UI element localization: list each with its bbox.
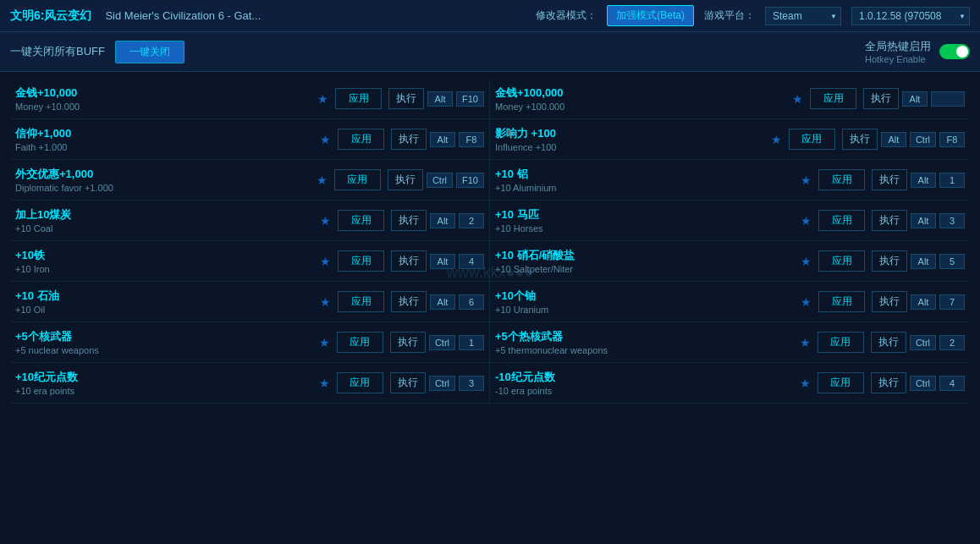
cheat-info: 外交优惠+1,000Diplomatic favor +1.000 bbox=[15, 167, 310, 193]
key-box[interactable]: 2 bbox=[459, 213, 484, 228]
key-box[interactable]: F8 bbox=[939, 132, 965, 147]
key-box[interactable]: 4 bbox=[939, 376, 965, 391]
key-box[interactable]: Alt bbox=[911, 173, 936, 188]
key-box[interactable]: Alt bbox=[911, 213, 936, 228]
exec-button[interactable]: 执行 bbox=[863, 88, 899, 109]
apply-button[interactable]: 应用 bbox=[818, 169, 865, 190]
exec-button[interactable]: 执行 bbox=[390, 372, 426, 393]
key-box[interactable] bbox=[931, 91, 965, 107]
key-box[interactable]: Alt bbox=[430, 254, 455, 269]
apply-button[interactable]: 应用 bbox=[334, 169, 381, 190]
exec-button[interactable]: 执行 bbox=[388, 169, 423, 190]
key-box[interactable]: 5 bbox=[939, 254, 965, 269]
cheat-name: +10 马匹 bbox=[495, 207, 794, 223]
apply-button[interactable]: 应用 bbox=[337, 372, 383, 393]
apply-button[interactable]: 应用 bbox=[338, 129, 384, 150]
exec-button[interactable]: 执行 bbox=[872, 210, 907, 231]
platform-select[interactable]: Steam bbox=[765, 7, 841, 25]
key-box[interactable]: Ctrl bbox=[910, 335, 936, 350]
key-box[interactable]: 1 bbox=[459, 335, 484, 350]
key-box[interactable]: Alt bbox=[427, 91, 453, 107]
apply-button[interactable]: 应用 bbox=[810, 88, 856, 109]
cheat-row: 金钱+100,000Money +100.000★应用执行Alt bbox=[490, 79, 970, 119]
version-select-wrapper[interactable]: 1.0.12.58 (970508 bbox=[851, 7, 970, 25]
key-box[interactable]: Alt bbox=[430, 213, 455, 228]
hotkey-toggle[interactable] bbox=[939, 44, 970, 59]
star-icon[interactable]: ★ bbox=[320, 255, 331, 268]
cheat-info: 信仰+1,000Faith +1.000 bbox=[15, 126, 313, 152]
exec-button[interactable]: 执行 bbox=[391, 291, 427, 312]
exec-button[interactable]: 执行 bbox=[391, 210, 427, 231]
star-icon[interactable]: ★ bbox=[319, 336, 330, 349]
exec-button[interactable]: 执行 bbox=[872, 169, 907, 190]
exec-button[interactable]: 执行 bbox=[871, 372, 906, 393]
apply-button[interactable]: 应用 bbox=[338, 210, 384, 231]
exec-button[interactable]: 执行 bbox=[390, 332, 426, 353]
star-icon[interactable]: ★ bbox=[792, 92, 803, 106]
key-box[interactable]: Ctrl bbox=[910, 376, 936, 391]
cheat-info: -10纪元点数-10 era points bbox=[495, 370, 793, 396]
apply-button[interactable]: 应用 bbox=[338, 250, 384, 272]
exec-button[interactable]: 执行 bbox=[872, 291, 907, 312]
key-box[interactable]: Ctrl bbox=[427, 173, 453, 188]
cheat-name: +10个铀 bbox=[495, 288, 794, 304]
cheat-subname: +10 Horses bbox=[495, 223, 794, 234]
key-box[interactable]: F10 bbox=[456, 91, 484, 107]
key-box[interactable]: 4 bbox=[459, 254, 484, 269]
app-title: 文明6:风云变幻 bbox=[10, 8, 91, 24]
apply-button[interactable]: 应用 bbox=[789, 129, 835, 150]
star-icon[interactable]: ★ bbox=[801, 255, 812, 268]
exec-button[interactable]: 执行 bbox=[871, 332, 906, 353]
key-box[interactable]: Ctrl bbox=[429, 376, 455, 391]
key-box[interactable]: F10 bbox=[456, 173, 484, 188]
exec-button[interactable]: 执行 bbox=[842, 129, 878, 150]
apply-button[interactable]: 应用 bbox=[335, 88, 382, 109]
key-box[interactable]: 2 bbox=[939, 335, 965, 350]
cheat-row: +10铁+10 Iron★应用执行Alt4 bbox=[10, 241, 489, 282]
platform-label: 游戏平台： bbox=[704, 8, 755, 23]
star-icon[interactable]: ★ bbox=[320, 133, 331, 146]
exec-button[interactable]: 执行 bbox=[388, 88, 424, 109]
key-box[interactable]: Ctrl bbox=[429, 335, 455, 350]
key-box[interactable]: Alt bbox=[881, 132, 906, 147]
key-box[interactable]: 7 bbox=[939, 294, 965, 310]
key-box[interactable]: Alt bbox=[911, 254, 936, 269]
star-icon[interactable]: ★ bbox=[800, 376, 811, 390]
star-icon[interactable]: ★ bbox=[800, 336, 811, 349]
star-icon[interactable]: ★ bbox=[320, 214, 331, 228]
exec-button[interactable]: 执行 bbox=[391, 250, 427, 272]
key-box[interactable]: Alt bbox=[911, 294, 936, 310]
apply-button[interactable]: 应用 bbox=[338, 291, 384, 312]
hotkey-group: 执行AltCtrlF8 bbox=[842, 129, 965, 150]
key-box[interactable]: F8 bbox=[459, 132, 484, 147]
close-all-button[interactable]: 一键关闭 bbox=[115, 41, 184, 63]
platform-select-wrapper[interactable]: Steam bbox=[765, 7, 841, 25]
star-icon[interactable]: ★ bbox=[317, 92, 328, 106]
star-icon[interactable]: ★ bbox=[801, 173, 812, 187]
star-icon[interactable]: ★ bbox=[319, 376, 330, 390]
star-icon[interactable]: ★ bbox=[801, 214, 812, 228]
key-box[interactable]: Alt bbox=[902, 91, 928, 107]
star-icon[interactable]: ★ bbox=[771, 133, 782, 146]
key-box[interactable]: 1 bbox=[939, 173, 965, 188]
apply-button[interactable]: 应用 bbox=[818, 210, 865, 231]
star-icon[interactable]: ★ bbox=[320, 295, 331, 309]
apply-button[interactable]: 应用 bbox=[818, 250, 865, 272]
key-box[interactable]: Alt bbox=[430, 294, 455, 310]
key-box[interactable]: 3 bbox=[939, 213, 965, 228]
star-icon[interactable]: ★ bbox=[801, 295, 812, 309]
exec-button[interactable]: 执行 bbox=[872, 250, 907, 272]
version-select[interactable]: 1.0.12.58 (970508 bbox=[851, 7, 970, 25]
key-box[interactable]: 3 bbox=[459, 376, 484, 391]
apply-button[interactable]: 应用 bbox=[818, 332, 864, 353]
key-box[interactable]: 6 bbox=[459, 294, 484, 310]
apply-button[interactable]: 应用 bbox=[818, 291, 865, 312]
key-box[interactable]: Ctrl bbox=[910, 132, 936, 147]
mode-badge[interactable]: 加强模式(Beta) bbox=[607, 5, 694, 26]
key-box[interactable]: Alt bbox=[430, 132, 455, 147]
hotkey-text: 全局热键启用 Hotkey Enable bbox=[865, 39, 931, 64]
exec-button[interactable]: 执行 bbox=[391, 129, 427, 150]
star-icon[interactable]: ★ bbox=[317, 173, 328, 187]
apply-button[interactable]: 应用 bbox=[337, 332, 383, 353]
apply-button[interactable]: 应用 bbox=[818, 372, 864, 393]
